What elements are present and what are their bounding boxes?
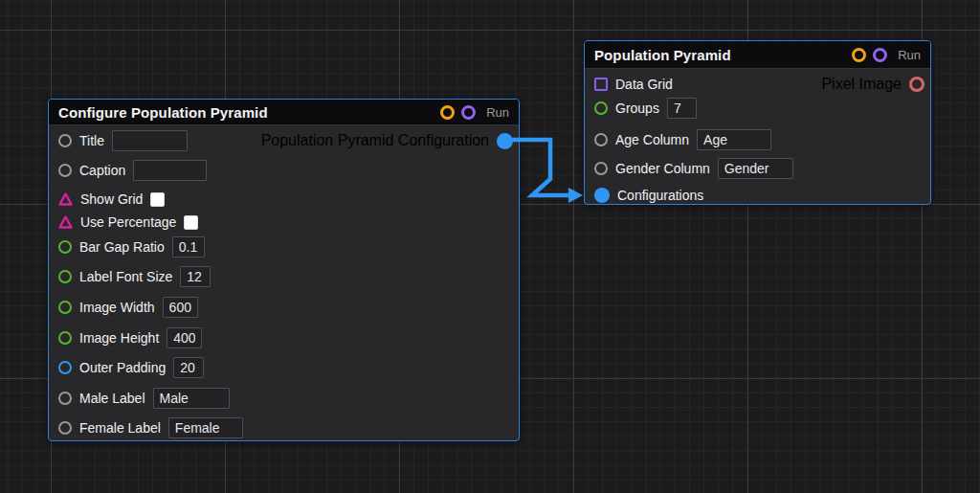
node-header[interactable]: Population Pyramid Run (585, 41, 930, 69)
groups-input-port[interactable] (594, 101, 608, 115)
title-input-port[interactable] (58, 134, 72, 147)
node-title: Configure Population Pyramid (58, 104, 440, 121)
use-percentage-input-port[interactable] (58, 215, 73, 229)
row-label: Data Grid (615, 77, 673, 92)
row-label: Bar Gap Ratio (79, 239, 165, 255)
configure-population-pyramid-node[interactable]: Configure Population Pyramid Run Title C… (48, 99, 520, 441)
gender-column-field[interactable] (718, 158, 793, 179)
pixel-image-output-port[interactable] (909, 77, 924, 92)
status-dot-purple-icon (873, 48, 887, 62)
node-title: Population Pyramid (594, 47, 852, 63)
image-height-input-port[interactable] (58, 331, 72, 345)
row-label: Female Label (79, 420, 161, 436)
outer-padding-field[interactable] (173, 357, 204, 378)
gender-column-input-port[interactable] (594, 162, 608, 175)
wire-arrowhead-icon (568, 188, 583, 203)
image-width-input-port[interactable] (58, 301, 72, 314)
title-field[interactable] (112, 130, 188, 151)
status-dot-orange-icon (440, 105, 455, 120)
row-label: Groups (615, 101, 659, 116)
run-button[interactable]: Run (898, 48, 921, 62)
outer-padding-input-port[interactable] (58, 361, 72, 374)
row-label: Outer Padding (79, 360, 166, 375)
row-label: Gender Column (615, 161, 710, 176)
row-label: Label Font Size (79, 269, 172, 284)
row-label: Male Label (79, 391, 145, 406)
age-column-input-port[interactable] (594, 133, 608, 146)
bar-gap-ratio-field[interactable] (172, 236, 205, 258)
caption-field[interactable] (133, 160, 207, 181)
image-height-field[interactable] (167, 327, 202, 348)
row-label: Image Width (79, 300, 155, 315)
image-width-field[interactable] (163, 297, 198, 318)
canvas-background[interactable]: { "configure_node": { "title": "Configur… (0, 0, 980, 493)
row-label: Show Grid (80, 191, 143, 207)
node-header[interactable]: Configure Population Pyramid Run (49, 100, 519, 125)
output-label: Population Pyramid Configuration (261, 132, 489, 149)
configuration-output-port[interactable] (497, 133, 513, 149)
row-label: Configurations (617, 188, 703, 203)
row-label: Use Percentage (80, 214, 176, 230)
row-label: Caption (79, 163, 125, 178)
row-label: Title (79, 133, 104, 148)
population-pyramid-node[interactable]: Population Pyramid Run Data Grid Pixel I… (584, 40, 931, 205)
run-button[interactable]: Run (486, 105, 509, 120)
status-dot-purple-icon (461, 105, 476, 120)
show-grid-input-port[interactable] (58, 192, 73, 206)
label-font-size-field[interactable] (180, 266, 211, 287)
groups-field[interactable] (667, 98, 697, 119)
data-grid-input-port[interactable] (594, 78, 608, 91)
output-label: Pixel Image (821, 76, 902, 93)
row-label: Age Column (615, 132, 689, 147)
male-label-field[interactable] (153, 388, 230, 409)
female-label-input-port[interactable] (58, 421, 72, 435)
row-label: Image Height (79, 330, 159, 346)
bar-gap-ratio-input-port[interactable] (58, 240, 72, 254)
age-column-field[interactable] (697, 129, 771, 150)
use-percentage-checkbox[interactable] (184, 215, 198, 230)
status-dot-orange-icon (852, 48, 866, 62)
wire-path[interactable] (511, 140, 569, 195)
configurations-input-port[interactable] (594, 188, 610, 203)
label-font-size-input-port[interactable] (58, 270, 72, 283)
female-label-field[interactable] (168, 417, 243, 438)
show-grid-checkbox[interactable] (150, 192, 165, 207)
male-label-input-port[interactable] (58, 392, 72, 405)
caption-input-port[interactable] (58, 164, 72, 177)
